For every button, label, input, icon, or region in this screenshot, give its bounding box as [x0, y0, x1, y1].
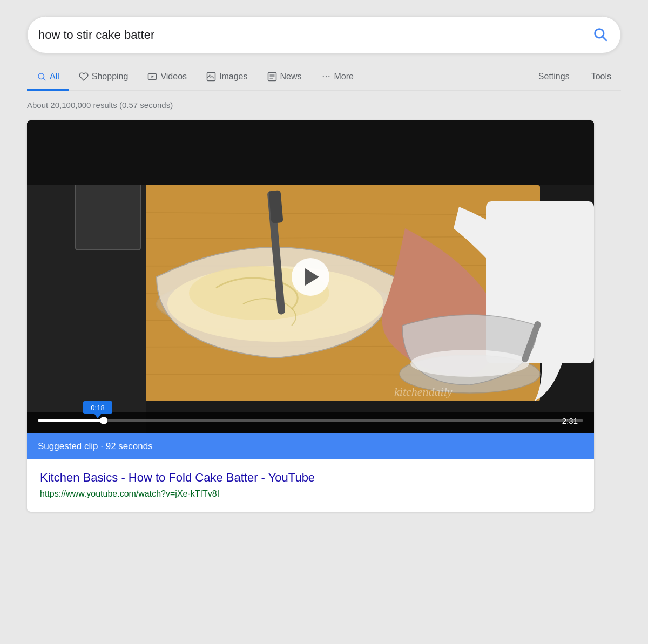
tab-more[interactable]: More	[312, 64, 363, 91]
svg-text:2:31: 2:31	[562, 416, 578, 425]
shopping-icon	[79, 72, 89, 82]
tab-shopping-label: Shopping	[92, 72, 129, 82]
tab-settings[interactable]: Settings	[529, 64, 579, 91]
search-bar	[27, 16, 621, 53]
video-url: https://www.youtube.com/watch?v=jXe-kTIT…	[40, 489, 219, 498]
svg-rect-41	[38, 419, 104, 422]
news-icon	[267, 72, 277, 82]
svg-text:kitchendaily: kitchendaily	[394, 385, 453, 398]
tab-more-label: More	[334, 72, 354, 82]
search-input[interactable]	[38, 28, 590, 42]
images-icon	[206, 72, 216, 82]
videos-icon	[147, 72, 157, 82]
tab-all-label: All	[50, 72, 59, 82]
tab-tools[interactable]: Tools	[582, 64, 621, 91]
search-icon	[592, 26, 608, 42]
svg-point-14	[328, 76, 329, 77]
play-button[interactable]	[292, 258, 329, 296]
svg-text:0:18: 0:18	[91, 404, 104, 412]
svg-rect-36	[27, 120, 594, 185]
tab-videos-label: Videos	[160, 72, 187, 82]
tab-tools-label: Tools	[591, 72, 611, 82]
results-count: About 20,100,000 results (0.57 seconds)	[27, 100, 621, 110]
suggested-clip-bar: Suggested clip · 92 seconds	[27, 433, 594, 459]
tab-news[interactable]: News	[258, 64, 312, 91]
svg-marker-5	[152, 76, 154, 78]
tab-shopping[interactable]: Shopping	[69, 64, 138, 91]
suggested-clip-text: Suggested clip · 92 seconds	[38, 441, 153, 451]
svg-point-42	[100, 417, 107, 424]
video-card: kitchendaily kitchendaily 0:18 2:31 Sugg…	[27, 120, 594, 512]
tab-news-label: News	[280, 72, 302, 82]
svg-rect-40	[38, 419, 583, 422]
video-title[interactable]: Kitchen Basics - How to Fold Cake Batter…	[40, 470, 581, 486]
svg-point-12	[322, 76, 323, 77]
nav-tabs: All Shopping Videos Images	[27, 64, 621, 91]
video-player[interactable]: kitchendaily kitchendaily 0:18 2:31	[27, 120, 594, 433]
tab-all[interactable]: All	[27, 64, 69, 91]
svg-line-1	[603, 37, 606, 40]
svg-rect-39	[27, 412, 594, 433]
svg-point-34	[410, 350, 529, 377]
tab-settings-label: Settings	[538, 72, 570, 82]
svg-point-13	[325, 76, 326, 77]
search-button[interactable]	[590, 24, 610, 45]
nav-settings: Settings Tools	[529, 64, 621, 90]
svg-line-3	[43, 78, 45, 80]
more-icon	[321, 72, 331, 82]
tab-videos[interactable]: Videos	[138, 64, 197, 91]
video-info: Kitchen Basics - How to Fold Cake Batter…	[27, 459, 594, 512]
tab-images-label: Images	[219, 72, 247, 82]
all-icon	[37, 72, 46, 82]
tab-images[interactable]: Images	[197, 64, 257, 91]
